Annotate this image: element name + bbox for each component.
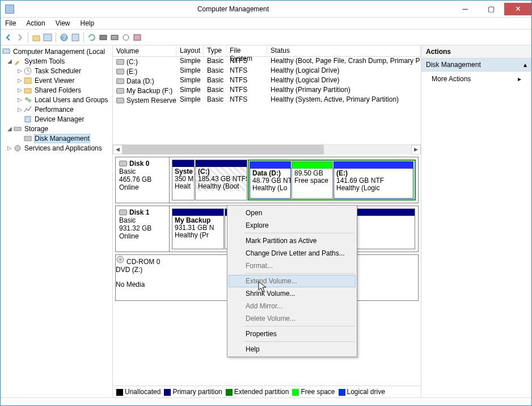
col-type[interactable]: Type [204, 45, 226, 56]
maximize-button[interactable]: ▢ [478, 3, 504, 15]
partition-c[interactable]: (C:)185.43 GB NTFSHealthy (Boot [195, 160, 247, 200]
dm-icon-1[interactable] [99, 33, 108, 42]
close-button[interactable]: ✕ [504, 3, 531, 15]
expand-icon[interactable]: ▷ [6, 145, 13, 151]
actions-disk-management[interactable]: Disk Management▴ [421, 58, 531, 72]
folder-icon [23, 86, 32, 95]
tree-task-scheduler[interactable]: ▷Task Scheduler [1, 66, 112, 76]
expand-icon[interactable]: ▷ [16, 68, 23, 74]
show-hide-icon[interactable] [43, 33, 52, 42]
perf-icon [23, 105, 32, 114]
legend-primary-icon [164, 389, 171, 396]
partition-f[interactable]: My Backup931.31 GB NHealthy (Pr [172, 208, 224, 249]
tree-shared-folders[interactable]: ▷Shared Folders [1, 85, 112, 95]
expand-icon[interactable]: ▷ [16, 97, 23, 103]
scroll-right-button[interactable]: ▶ [411, 145, 421, 154]
tree-performance[interactable]: ▷Performance [1, 104, 112, 114]
volume-row[interactable]: (E:)SimpleBasicNTFSHealthy (Logical Driv… [113, 66, 421, 76]
horizontal-scrollbar[interactable]: ◀ ▶ [113, 144, 421, 154]
volume-row[interactable]: (C:)SimpleBasicNTFSHealthy (Boot, Page F… [113, 57, 421, 66]
minimize-button[interactable]: ─ [452, 3, 478, 15]
partition-e[interactable]: (E:)141.69 GB NTFHealthy (Logic [333, 161, 413, 199]
up-icon[interactable] [32, 33, 41, 42]
menu-help[interactable]: Help [81, 19, 95, 27]
ctx-shrink-volume[interactable]: Shrink Volume... [229, 287, 356, 300]
volume-header: Volume Layout Type File System Status [113, 45, 421, 57]
collapse-icon[interactable]: ◢ [6, 125, 13, 132]
cdrom-header[interactable]: CD-ROM 0 DVD (Z:) No Media [116, 255, 160, 300]
chevron-right-icon: ▸ [518, 75, 521, 83]
scroll-thumb[interactable] [123, 145, 324, 154]
svg-rect-1 [44, 34, 52, 41]
ctx-properties[interactable]: Properties [229, 328, 356, 340]
menu-view[interactable]: View [56, 19, 70, 27]
ctx-format[interactable]: Format... [229, 259, 356, 272]
expand-icon[interactable]: ▷ [16, 106, 23, 112]
free-space[interactable]: 89.50 GBFree space [292, 161, 333, 199]
ctx-delete-volume[interactable]: Delete Volume... [229, 312, 356, 325]
expand-icon[interactable]: ▷ [16, 87, 23, 93]
volume-row[interactable]: System ReservedSimpleBasicNTFSHealthy (S… [113, 95, 421, 105]
ctx-help[interactable]: Help [229, 343, 356, 355]
help-icon[interactable]: ? [60, 33, 69, 42]
forward-icon[interactable] [15, 33, 24, 42]
tree-disk-management[interactable]: Disk Management [1, 133, 112, 143]
svg-rect-12 [24, 89, 31, 93]
svg-rect-8 [134, 35, 141, 40]
menu-file[interactable]: File [5, 19, 16, 27]
volume-list[interactable]: (C:)SimpleBasicNTFSHealthy (Boot, Page F… [113, 57, 421, 144]
services-icon [13, 144, 22, 153]
dm-icon-3[interactable] [121, 33, 130, 42]
console-tree[interactable]: Computer Management (Local ◢ System Tool… [1, 45, 113, 397]
views-icon[interactable] [71, 33, 80, 42]
dm-icon-2[interactable] [110, 33, 119, 42]
scroll-track[interactable] [123, 145, 411, 154]
partition-d[interactable]: Data (D:)48.79 GB NTHealthy (Lo [250, 161, 291, 199]
tree-event-viewer[interactable]: ▷Event Viewer [1, 76, 112, 85]
disk0-header[interactable]: Disk 0 Basic 465.76 GB Online [116, 157, 170, 203]
tree-storage[interactable]: ◢Storage [1, 124, 112, 133]
storage-icon [13, 124, 22, 133]
ctx-extend-volume[interactable]: Extend Volume... [229, 275, 356, 287]
svg-point-20 [120, 259, 121, 261]
col-status[interactable]: Status [267, 45, 421, 56]
dm-icon-4[interactable] [133, 33, 142, 42]
ctx-open[interactable]: Open [229, 207, 356, 219]
volume-icon [116, 69, 124, 74]
scroll-left-button[interactable]: ◀ [113, 145, 123, 154]
volume-row[interactable]: Data (D:)SimpleBasicNTFSHealthy (Logical… [113, 76, 421, 86]
col-layout[interactable]: Layout [176, 45, 204, 56]
ctx-add-mirror[interactable]: Add Mirror... [229, 300, 356, 312]
tree-local-users[interactable]: ▷Local Users and Groups [1, 95, 112, 104]
tree-device-manager[interactable]: Device Manager [1, 114, 112, 124]
actions-more[interactable]: More Actions▸ [421, 72, 531, 86]
tree-services[interactable]: ▷Services and Applications [1, 143, 112, 153]
refresh-icon[interactable] [87, 33, 96, 42]
menu-action[interactable]: Action [26, 19, 45, 27]
ctx-explore[interactable]: Explore [229, 219, 356, 232]
computer-icon [2, 47, 11, 56]
back-icon[interactable] [4, 33, 13, 42]
collapse-icon[interactable]: ◢ [6, 58, 13, 64]
volume-row[interactable]: My Backup (F:)SimpleBasicNTFSHealthy (Pr… [113, 86, 421, 95]
legend-free-icon [292, 389, 299, 396]
disk-row-0[interactable]: Disk 0 Basic 465.76 GB Online Syste350 M… [115, 157, 419, 203]
disk1-header[interactable]: Disk 1 Basic 931.32 GB Online [116, 206, 170, 252]
ctx-mark-active[interactable]: Mark Partition as Active [229, 235, 356, 247]
legend-unallocated-icon [116, 389, 123, 396]
svg-rect-4 [72, 34, 79, 41]
col-volume[interactable]: Volume [113, 45, 176, 56]
disk-icon [119, 210, 127, 215]
expand-icon[interactable]: ▷ [16, 77, 23, 83]
partition-system-reserved[interactable]: Syste350 MHealt [172, 160, 195, 200]
col-fs[interactable]: File System [226, 45, 267, 56]
tree-system-tools[interactable]: ◢ System Tools [1, 56, 112, 66]
toolbar: ? [1, 30, 531, 45]
ctx-change-letter[interactable]: Change Drive Letter and Paths... [229, 247, 356, 259]
collapse-icon[interactable]: ▴ [523, 61, 527, 69]
svg-point-18 [15, 145, 20, 151]
disk-icon [119, 161, 127, 166]
status-bar [1, 397, 531, 405]
tree-root[interactable]: Computer Management (Local [1, 47, 112, 56]
svg-rect-17 [24, 136, 31, 141]
